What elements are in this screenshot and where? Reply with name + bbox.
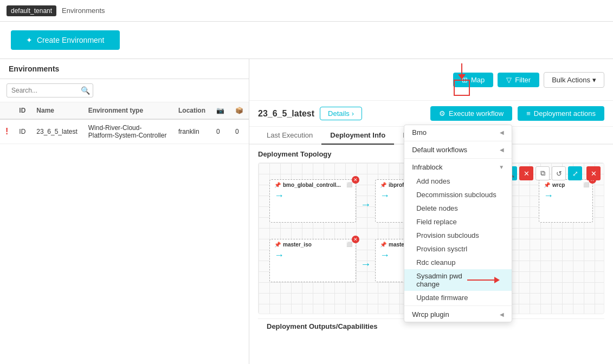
top-bar-title: Environments — [62, 6, 105, 15]
env-title: 23_6_5_latest — [258, 109, 314, 119]
down-arrow — [458, 63, 466, 80]
col-env-type: Environment type — [83, 102, 173, 119]
pin-icon: 📌 — [380, 242, 386, 248]
filter-button[interactable]: ▽ Filter — [498, 73, 539, 87]
details-button[interactable]: Details › — [320, 107, 362, 120]
arrow-head — [458, 74, 466, 80]
gear-icon: ⚙ — [439, 109, 446, 118]
divider — [404, 158, 512, 159]
node-right-arrow: → — [380, 250, 390, 261]
node-right-arrow: → — [544, 190, 553, 202]
pin-icon: 📌 — [274, 242, 281, 248]
create-environment-button[interactable]: ✦ Create Environment — [11, 30, 120, 50]
bulk-actions-button[interactable]: Bulk Actions ▾ — [544, 72, 604, 88]
deploy-outputs-title: Deployment Outputs/Capabilities — [267, 322, 596, 330]
node-master-iso: ✕ 📌 master_iso ⬜ → — [269, 239, 356, 282]
environments-table: ID Name Environment type Location 📷 📦 ! … — [0, 102, 249, 144]
delete-button[interactable]: ✕ — [586, 166, 601, 180]
execute-workflow-button[interactable]: ⚙ Execute workflow — [430, 106, 512, 121]
wrcp-label: Wrcp plugin — [412, 310, 449, 318]
dropdown-item-delete-nodes[interactable]: Delete nodes — [404, 202, 512, 215]
menu-icon: ≡ — [526, 109, 531, 118]
divider — [404, 306, 512, 306]
dropdown-item-update-firmware[interactable]: Update firmware — [404, 291, 512, 304]
col-id: ID — [14, 102, 31, 119]
red-box — [454, 80, 470, 96]
dropdown-item-sysadmin-pwd[interactable]: Sysadmin pwd change — [404, 269, 512, 291]
chevron-right-icon: ◀ — [500, 311, 504, 317]
dropdown-item-provision-subclouds[interactable]: Provision subclouds — [404, 229, 512, 242]
search-wrap: 🔍 — [7, 83, 93, 98]
topology-toolbar: 🔍 ✕ ⧉ ↺ ⤢ ✕ — [503, 166, 601, 180]
search-area: 🔍 — [0, 79, 249, 102]
node-settings-icon: ⬜ — [346, 182, 352, 187]
pin-icon: 📌 — [274, 182, 281, 188]
tenant-badge[interactable]: default_tenant — [7, 5, 56, 16]
node-wrcp: ✕ 📌 wrcp ⬜ → — [539, 179, 593, 223]
dropdown-item-provision-sysctrl[interactable]: Provision sysctrl — [404, 242, 512, 256]
main-content: Environments 🔍 ID Name Environment type … — [0, 59, 613, 364]
dropdown-item-decommission[interactable]: Decommission subclouds — [404, 188, 512, 202]
right-panel: ⊞ Map ▽ Filter Bulk Actions ▾ 23_6_5_lat… — [249, 59, 613, 364]
close-button[interactable]: ✕ — [519, 166, 533, 180]
node-title: 📌 bmo_global_controll... — [274, 182, 341, 188]
col-location: Location — [173, 102, 211, 119]
row-col5: 0 — [211, 119, 230, 144]
dropdown-item-field-replace[interactable]: Field replace — [404, 215, 512, 229]
row-status: ! — [0, 119, 14, 144]
expand-button[interactable]: ⤢ — [568, 166, 582, 180]
row-location: franklin — [173, 119, 211, 144]
chevron-right-icon: › — [352, 109, 354, 118]
tab-deployment-info[interactable]: Deployment Info — [321, 127, 394, 145]
left-panel: Environments 🔍 ID Name Environment type … — [0, 59, 249, 364]
dropdown-section-infrablock[interactable]: Infrablock ▼ — [404, 160, 512, 174]
plus-icon: ✦ — [26, 36, 33, 44]
dropdown-item-add-nodes[interactable]: Add nodes — [404, 174, 512, 188]
node-right-arrow: → — [274, 190, 284, 202]
node-settings-icon: ⬜ — [346, 242, 352, 247]
arrow-shaft — [461, 63, 462, 74]
table-row[interactable]: ! ID 23_6_5_latest Wind-River-Cloud-Plat… — [0, 119, 249, 144]
create-area: ✦ Create Environment — [0, 22, 613, 59]
default-workflows-label: Default workflows — [412, 146, 467, 154]
row-name: 23_6_5_latest — [31, 119, 82, 144]
row-col6: 0 — [230, 119, 249, 144]
chevron-right-icon: ◀ — [500, 129, 504, 135]
node-title: 📌 master_iso — [274, 242, 312, 248]
chevron-down-icon: ▾ — [592, 76, 596, 84]
dropdown-section-bmo[interactable]: Bmo ◀ — [404, 125, 512, 140]
col-name: Name — [31, 102, 82, 119]
dropdown-section-wrcp[interactable]: Wrcp plugin ◀ — [404, 307, 512, 322]
execute-workflow-dropdown: Bmo ◀ Default workflows ◀ Infrablock ▼ A… — [404, 125, 512, 322]
divider — [404, 141, 512, 141]
node-bmo-global-controller: ✕ 📌 bmo_global_controll... ⬜ → — [269, 179, 356, 223]
tab-last-execution[interactable]: Last Execution — [258, 127, 321, 145]
col-status — [0, 102, 14, 119]
arrow-connector-3: → — [360, 258, 371, 270]
copy-button[interactable]: ⧉ — [535, 166, 550, 180]
col-icon1: 📷 — [211, 102, 230, 119]
node-right-arrow: → — [274, 250, 284, 261]
chevron-right-icon: ◀ — [500, 147, 504, 153]
node-close-icon: ✕ — [352, 176, 359, 184]
env-title-row: 23_6_5_latest Details › ⚙ Execute workfl… — [249, 101, 613, 127]
environments-table-container: ID Name Environment type Location 📷 📦 ! … — [0, 102, 249, 364]
node-close-icon: ✕ — [352, 236, 359, 243]
right-arrow — [467, 277, 500, 283]
search-input[interactable] — [7, 83, 93, 98]
node-settings-icon: ⬜ — [583, 182, 589, 187]
infrablock-label: Infrablock — [412, 163, 442, 171]
search-icon: 🔍 — [81, 86, 90, 95]
deployment-actions-button[interactable]: ≡ Deployment actions — [518, 106, 604, 121]
dropdown-item-rdc-cleanup[interactable]: Rdc cleanup — [404, 256, 512, 269]
node-right-arrow: → — [380, 190, 390, 202]
bmo-label: Bmo — [412, 128, 427, 136]
row-env-type: Wind-River-Cloud-Platform-System-Control… — [83, 119, 173, 144]
dropdown-section-default[interactable]: Default workflows ◀ — [404, 142, 512, 157]
left-panel-header: Environments — [0, 59, 249, 79]
filter-icon: ▽ — [506, 76, 512, 84]
pin-icon: 📌 — [380, 182, 386, 188]
toolbar-row: ⊞ Map ▽ Filter Bulk Actions ▾ — [249, 59, 613, 101]
undo-button[interactable]: ↺ — [552, 166, 566, 180]
node-title: 📌 wrcp — [544, 182, 565, 188]
